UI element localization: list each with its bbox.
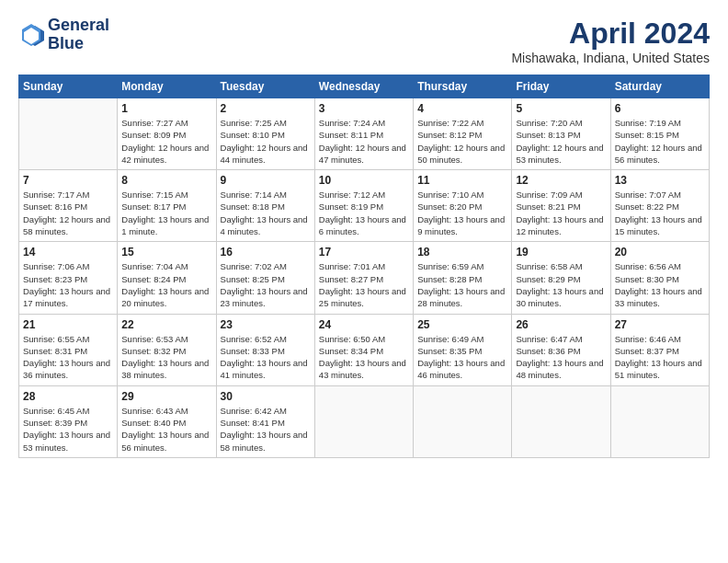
day-number: 20 bbox=[615, 246, 705, 259]
page: General Blue April 2024 Mishawaka, India… bbox=[0, 0, 728, 467]
day-detail: Sunrise: 7:14 AM Sunset: 8:18 PM Dayligh… bbox=[221, 189, 311, 237]
calendar-cell: 8Sunrise: 7:15 AM Sunset: 8:17 PM Daylig… bbox=[118, 170, 216, 242]
day-number: 14 bbox=[23, 246, 113, 259]
day-number: 8 bbox=[121, 174, 211, 187]
day-of-week-header: Monday bbox=[118, 75, 216, 98]
day-detail: Sunrise: 6:46 AM Sunset: 8:37 PM Dayligh… bbox=[615, 333, 705, 382]
day-number: 18 bbox=[417, 246, 507, 259]
day-number: 15 bbox=[121, 246, 211, 259]
day-number: 11 bbox=[417, 174, 507, 187]
day-of-week-header: Saturday bbox=[610, 75, 709, 98]
day-detail: Sunrise: 7:10 AM Sunset: 8:20 PM Dayligh… bbox=[417, 189, 507, 237]
day-number: 30 bbox=[221, 390, 311, 403]
calendar-cell: 22Sunrise: 6:53 AM Sunset: 8:32 PM Dayli… bbox=[118, 314, 216, 385]
day-detail: Sunrise: 7:17 AM Sunset: 8:16 PM Dayligh… bbox=[23, 189, 113, 237]
day-of-week-header: Sunday bbox=[19, 75, 118, 98]
day-detail: Sunrise: 6:52 AM Sunset: 8:33 PM Dayligh… bbox=[221, 333, 311, 382]
day-number: 5 bbox=[516, 102, 606, 115]
calendar-cell: 26Sunrise: 6:47 AM Sunset: 8:36 PM Dayli… bbox=[512, 314, 610, 385]
day-detail: Sunrise: 6:56 AM Sunset: 8:30 PM Dayligh… bbox=[615, 260, 705, 309]
calendar-cell: 21Sunrise: 6:55 AM Sunset: 8:31 PM Dayli… bbox=[19, 314, 118, 385]
calendar-cell: 27Sunrise: 6:46 AM Sunset: 8:37 PM Dayli… bbox=[610, 314, 709, 385]
calendar-cell: 15Sunrise: 7:04 AM Sunset: 8:24 PM Dayli… bbox=[118, 242, 216, 314]
calendar-cell bbox=[414, 385, 512, 457]
calendar-cell: 3Sunrise: 7:24 AM Sunset: 8:11 PM Daylig… bbox=[314, 98, 413, 170]
day-number: 10 bbox=[319, 174, 409, 187]
logo-icon bbox=[18, 22, 44, 48]
calendar-cell: 13Sunrise: 7:07 AM Sunset: 8:22 PM Dayli… bbox=[610, 170, 709, 242]
day-detail: Sunrise: 6:47 AM Sunset: 8:36 PM Dayligh… bbox=[516, 333, 606, 382]
title-block: April 2024 Mishawaka, Indiana, United St… bbox=[511, 17, 710, 65]
day-number: 9 bbox=[221, 174, 311, 187]
calendar-cell: 7Sunrise: 7:17 AM Sunset: 8:16 PM Daylig… bbox=[19, 170, 118, 242]
calendar-cell: 18Sunrise: 6:59 AM Sunset: 8:28 PM Dayli… bbox=[414, 242, 512, 314]
calendar-cell: 23Sunrise: 6:52 AM Sunset: 8:33 PM Dayli… bbox=[216, 314, 314, 385]
day-detail: Sunrise: 6:43 AM Sunset: 8:40 PM Dayligh… bbox=[121, 405, 211, 454]
day-detail: Sunrise: 7:04 AM Sunset: 8:24 PM Dayligh… bbox=[121, 260, 211, 309]
calendar-cell: 12Sunrise: 7:09 AM Sunset: 8:21 PM Dayli… bbox=[512, 170, 610, 242]
calendar-cell bbox=[610, 385, 709, 457]
day-detail: Sunrise: 7:12 AM Sunset: 8:19 PM Dayligh… bbox=[319, 189, 409, 237]
day-number: 25 bbox=[417, 318, 507, 331]
calendar-cell: 16Sunrise: 7:02 AM Sunset: 8:25 PM Dayli… bbox=[216, 242, 314, 314]
day-number: 13 bbox=[615, 174, 705, 187]
logo-text: General Blue bbox=[48, 17, 109, 53]
day-number: 6 bbox=[615, 102, 705, 115]
day-number: 16 bbox=[221, 246, 311, 259]
calendar-cell: 9Sunrise: 7:14 AM Sunset: 8:18 PM Daylig… bbox=[216, 170, 314, 242]
calendar-cell bbox=[19, 98, 118, 170]
day-detail: Sunrise: 7:25 AM Sunset: 8:10 PM Dayligh… bbox=[221, 117, 311, 166]
day-detail: Sunrise: 7:07 AM Sunset: 8:22 PM Dayligh… bbox=[615, 189, 705, 237]
calendar-week-row: 28Sunrise: 6:45 AM Sunset: 8:39 PM Dayli… bbox=[19, 385, 710, 457]
calendar-cell: 10Sunrise: 7:12 AM Sunset: 8:19 PM Dayli… bbox=[314, 170, 413, 242]
calendar-week-row: 14Sunrise: 7:06 AM Sunset: 8:23 PM Dayli… bbox=[19, 242, 710, 314]
day-detail: Sunrise: 6:55 AM Sunset: 8:31 PM Dayligh… bbox=[23, 333, 113, 382]
day-number: 19 bbox=[516, 246, 606, 259]
calendar-cell: 2Sunrise: 7:25 AM Sunset: 8:10 PM Daylig… bbox=[216, 98, 314, 170]
day-detail: Sunrise: 7:09 AM Sunset: 8:21 PM Dayligh… bbox=[516, 189, 606, 237]
day-detail: Sunrise: 6:45 AM Sunset: 8:39 PM Dayligh… bbox=[23, 405, 113, 454]
day-detail: Sunrise: 6:58 AM Sunset: 8:29 PM Dayligh… bbox=[516, 260, 606, 309]
calendar-cell: 11Sunrise: 7:10 AM Sunset: 8:20 PM Dayli… bbox=[414, 170, 512, 242]
day-detail: Sunrise: 6:59 AM Sunset: 8:28 PM Dayligh… bbox=[417, 260, 507, 309]
day-detail: Sunrise: 6:49 AM Sunset: 8:35 PM Dayligh… bbox=[417, 333, 507, 382]
day-number: 24 bbox=[319, 318, 409, 331]
day-detail: Sunrise: 6:53 AM Sunset: 8:32 PM Dayligh… bbox=[121, 333, 211, 382]
calendar-cell: 4Sunrise: 7:22 AM Sunset: 8:12 PM Daylig… bbox=[414, 98, 512, 170]
day-number: 17 bbox=[319, 246, 409, 259]
calendar-body: 1Sunrise: 7:27 AM Sunset: 8:09 PM Daylig… bbox=[19, 98, 710, 458]
main-title: April 2024 bbox=[511, 17, 710, 51]
day-detail: Sunrise: 6:50 AM Sunset: 8:34 PM Dayligh… bbox=[319, 333, 409, 382]
calendar-cell bbox=[512, 385, 610, 457]
day-number: 3 bbox=[319, 102, 409, 115]
calendar-cell: 28Sunrise: 6:45 AM Sunset: 8:39 PM Dayli… bbox=[19, 385, 118, 457]
day-detail: Sunrise: 7:15 AM Sunset: 8:17 PM Dayligh… bbox=[121, 189, 211, 237]
day-number: 22 bbox=[121, 318, 211, 331]
day-detail: Sunrise: 7:01 AM Sunset: 8:27 PM Dayligh… bbox=[319, 260, 409, 309]
day-number: 12 bbox=[516, 174, 606, 187]
day-detail: Sunrise: 7:02 AM Sunset: 8:25 PM Dayligh… bbox=[221, 260, 311, 309]
calendar-week-row: 7Sunrise: 7:17 AM Sunset: 8:16 PM Daylig… bbox=[19, 170, 710, 242]
calendar-cell: 24Sunrise: 6:50 AM Sunset: 8:34 PM Dayli… bbox=[314, 314, 413, 385]
calendar-cell: 20Sunrise: 6:56 AM Sunset: 8:30 PM Dayli… bbox=[610, 242, 709, 314]
day-detail: Sunrise: 7:06 AM Sunset: 8:23 PM Dayligh… bbox=[23, 260, 113, 309]
calendar-cell: 30Sunrise: 6:42 AM Sunset: 8:41 PM Dayli… bbox=[216, 385, 314, 457]
day-detail: Sunrise: 7:20 AM Sunset: 8:13 PM Dayligh… bbox=[516, 117, 606, 166]
day-number: 26 bbox=[516, 318, 606, 331]
calendar-header-row: SundayMondayTuesdayWednesdayThursdayFrid… bbox=[19, 75, 710, 98]
calendar-cell: 17Sunrise: 7:01 AM Sunset: 8:27 PM Dayli… bbox=[314, 242, 413, 314]
day-detail: Sunrise: 6:42 AM Sunset: 8:41 PM Dayligh… bbox=[221, 405, 311, 454]
logo: General Blue bbox=[18, 17, 109, 53]
calendar-cell: 29Sunrise: 6:43 AM Sunset: 8:40 PM Dayli… bbox=[118, 385, 216, 457]
calendar-week-row: 1Sunrise: 7:27 AM Sunset: 8:09 PM Daylig… bbox=[19, 98, 710, 170]
calendar-week-row: 21Sunrise: 6:55 AM Sunset: 8:31 PM Dayli… bbox=[19, 314, 710, 385]
day-number: 7 bbox=[23, 174, 113, 187]
calendar-cell: 5Sunrise: 7:20 AM Sunset: 8:13 PM Daylig… bbox=[512, 98, 610, 170]
day-detail: Sunrise: 7:19 AM Sunset: 8:15 PM Dayligh… bbox=[615, 117, 705, 166]
calendar-cell: 25Sunrise: 6:49 AM Sunset: 8:35 PM Dayli… bbox=[414, 314, 512, 385]
header: General Blue April 2024 Mishawaka, India… bbox=[18, 17, 710, 65]
calendar-cell: 6Sunrise: 7:19 AM Sunset: 8:15 PM Daylig… bbox=[610, 98, 709, 170]
day-number: 29 bbox=[121, 390, 211, 403]
day-number: 23 bbox=[221, 318, 311, 331]
day-detail: Sunrise: 7:27 AM Sunset: 8:09 PM Dayligh… bbox=[121, 117, 211, 166]
